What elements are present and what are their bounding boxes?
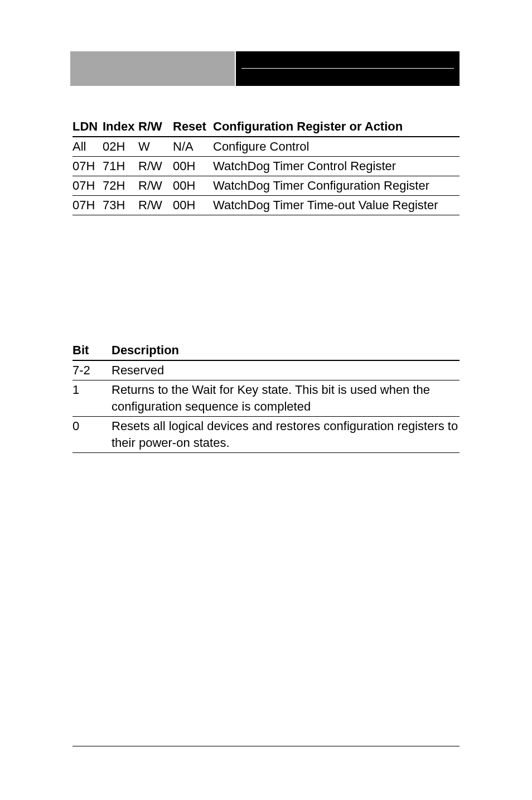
- table-row: All 02H W N/A Configure Control: [72, 137, 460, 157]
- col-header-desc: Description: [112, 341, 460, 360]
- cell-bit: 1: [72, 380, 112, 417]
- cell-reset: 00H: [173, 157, 213, 176]
- footer-rule: [72, 746, 460, 746]
- page: LDN Index R/W Reset Configuration Regist…: [0, 0, 532, 800]
- cell-reset: N/A: [173, 137, 213, 157]
- table-row: 0 Resets all logical devices and restore…: [72, 417, 460, 453]
- cell-desc: Reserved: [112, 360, 460, 380]
- col-header-index: Index: [103, 117, 138, 137]
- cell-index: 02H: [103, 137, 138, 157]
- register-table: LDN Index R/W Reset Configuration Regist…: [72, 117, 460, 215]
- cell-index: 72H: [103, 176, 138, 196]
- cell-action: WatchDog Timer Control Register: [213, 157, 460, 176]
- register-table-header-row: LDN Index R/W Reset Configuration Regist…: [72, 117, 460, 137]
- cell-desc: Returns to the Wait for Key state. This …: [112, 380, 460, 417]
- cell-action: WatchDog Timer Configuration Register: [213, 176, 460, 196]
- col-header-rw: R/W: [138, 117, 173, 137]
- page-header-band: [70, 51, 460, 86]
- cell-bit: 7-2: [72, 360, 112, 380]
- cell-action: WatchDog Timer Time-out Value Register: [213, 196, 460, 215]
- cell-rw: R/W: [138, 157, 173, 176]
- page-content: LDN Index R/W Reset Configuration Regist…: [72, 117, 460, 453]
- cell-reset: 00H: [173, 176, 213, 196]
- header-band-left: [70, 51, 236, 86]
- table-row: 7-2 Reserved: [72, 360, 460, 380]
- table-row: 07H 72H R/W 00H WatchDog Timer Configura…: [72, 176, 460, 196]
- cell-action: Configure Control: [213, 137, 460, 157]
- cell-rw: R/W: [138, 196, 173, 215]
- cell-ldn: All: [72, 137, 103, 157]
- cell-bit: 0: [72, 417, 112, 453]
- col-header-reset: Reset: [173, 117, 213, 137]
- col-header-bit: Bit: [72, 341, 112, 360]
- table-row: 07H 73H R/W 00H WatchDog Timer Time-out …: [72, 196, 460, 215]
- bit-description-table: Bit Description 7-2 Reserved 1 Returns t…: [72, 341, 460, 453]
- cell-index: 71H: [103, 157, 138, 176]
- cell-ldn: 07H: [72, 176, 103, 196]
- header-band-right: [236, 51, 460, 86]
- cell-desc: Resets all logical devices and restores …: [112, 417, 460, 453]
- cell-rw: R/W: [138, 176, 173, 196]
- col-header-ldn: LDN: [72, 117, 103, 137]
- cell-rw: W: [138, 137, 173, 157]
- table-row: 1 Returns to the Wait for Key state. Thi…: [72, 380, 460, 417]
- table-row: 07H 71H R/W 00H WatchDog Timer Control R…: [72, 157, 460, 176]
- bit-table-wrapper: Bit Description 7-2 Reserved 1 Returns t…: [72, 341, 460, 453]
- col-header-action: Configuration Register or Action: [213, 117, 460, 137]
- cell-ldn: 07H: [72, 196, 103, 215]
- bit-table-header-row: Bit Description: [72, 341, 460, 360]
- cell-reset: 00H: [173, 196, 213, 215]
- cell-ldn: 07H: [72, 157, 103, 176]
- cell-index: 73H: [103, 196, 138, 215]
